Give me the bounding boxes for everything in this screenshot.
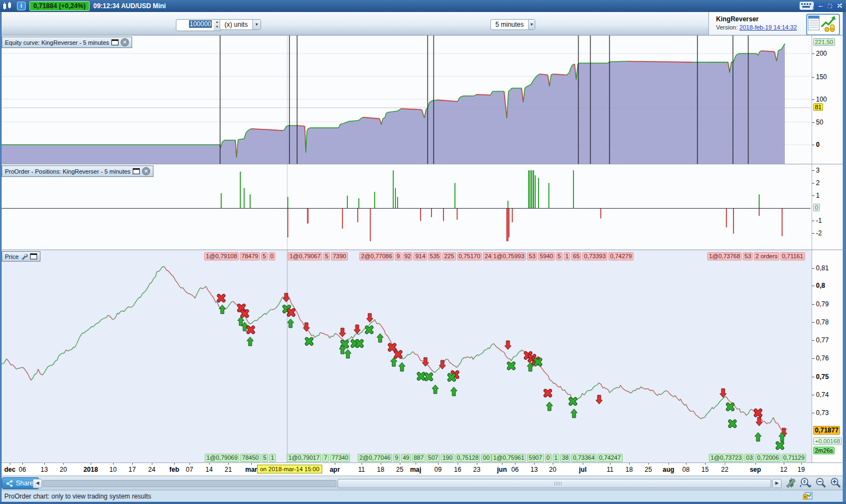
date-tick-label: 20 [549, 466, 556, 473]
short-position-bar [370, 209, 371, 241]
short-position-bar [420, 209, 421, 221]
positions-chart[interactable] [2, 164, 812, 250]
units-dropdown-arrow-icon[interactable]: ▼ [252, 20, 261, 29]
backtest-report-icon[interactable] [806, 14, 840, 35]
long-position-bar [221, 193, 222, 209]
date-tick-label: 18 [377, 466, 384, 473]
sell-marker [354, 325, 360, 334]
axis-tick-label: 0,78 [816, 318, 829, 326]
close-long-marker [756, 411, 761, 416]
price-panel[interactable]: 0,810,80,790,780,770,760,750,740,730,718… [2, 250, 843, 463]
axis-tick-label: 0,81 [816, 264, 829, 272]
units-dropdown[interactable]: (x) units ▼ [220, 19, 261, 30]
order-label-group: 2@0,770469498875071900,751280012rs [358, 454, 512, 462]
instrument-chart-icon[interactable] [803, 492, 813, 500]
date-tick-label: maj [410, 466, 422, 473]
price-panel-header[interactable]: Price [2, 251, 40, 262]
price-chart[interactable] [2, 250, 812, 463]
short-position-bar [759, 209, 760, 216]
close-long-marker [396, 352, 401, 357]
date-tick [209, 463, 210, 465]
chart-settings-icon[interactable] [785, 477, 798, 488]
version-link[interactable]: 2018-feb-19 14:14:32 [739, 24, 797, 31]
zoom-vertical-icon[interactable] [798, 477, 812, 488]
long-position-bar [533, 170, 534, 209]
close-short-marker [357, 341, 362, 346]
scrollbar-thumb[interactable] [338, 479, 771, 488]
close-long-marker [242, 311, 247, 316]
title-bar: i 0,71884 (+0,24%) 09:12:34 AUD/USD Mini… [0, 0, 846, 12]
timeframe-dropdown[interactable]: 5 minutes ▼ [490, 19, 535, 30]
date-tick [22, 463, 23, 465]
close-panel-icon[interactable]: ✕ [121, 38, 129, 46]
equity-curve-chart[interactable] [2, 35, 812, 164]
detach-window-icon[interactable] [111, 39, 119, 45]
zoom-out-icon[interactable] [814, 477, 827, 488]
date-tick-label: 19 [797, 466, 804, 473]
timeframe-dropdown-arrow-icon[interactable]: ▼ [528, 20, 535, 29]
detach-window-icon[interactable] [30, 253, 37, 259]
order-label: 5940 [538, 252, 554, 260]
close-short-marker [728, 405, 733, 410]
date-tick [438, 463, 439, 465]
order-label: 1@0,79067 [288, 252, 322, 260]
date-tick-label: 10 [109, 466, 116, 473]
close-panel-icon[interactable]: ✕ [142, 167, 150, 175]
short-position-bar [457, 209, 458, 220]
date-tick [686, 463, 687, 465]
order-label: 92 [403, 252, 412, 260]
short-position-bar [357, 209, 358, 223]
date-tick-label: jul [579, 466, 587, 473]
date-tick [583, 463, 583, 465]
price-settings-wrench-icon[interactable] [21, 253, 28, 260]
close-short-marker [778, 443, 783, 448]
date-tick [458, 463, 458, 465]
order-label-group: 1@0,7599353594051650,733930,74279 [492, 252, 634, 260]
date-tick-label: 17 [128, 466, 135, 473]
timeframe-dropdown-value: 5 minutes [491, 21, 528, 28]
order-label: 1@0,79069 [205, 454, 239, 462]
price-panel-title: Price [5, 253, 19, 260]
date-tick [755, 463, 756, 465]
buy-marker [432, 385, 439, 394]
equity-highlight-badge: 81 [813, 103, 823, 111]
date-tick-label: 22 [721, 466, 728, 473]
order-label: 9 [395, 252, 401, 260]
axis-tick [812, 304, 814, 305]
keyboard-icon[interactable] [800, 2, 814, 10]
date-tick [174, 463, 175, 465]
short-position-bar [726, 209, 727, 228]
axis-tick [812, 77, 814, 78]
axis-tick-label: 3 [816, 167, 820, 174]
time-instrument-label: 09:12:34 AUD/USD Mini [93, 2, 166, 10]
scroll-left-button[interactable]: ◀ [33, 479, 42, 488]
equity-curve-panel[interactable]: 200150100500221,5081 Equity curve: KingR… [2, 35, 843, 164]
price-last-badge: 0,71877 [813, 426, 840, 435]
date-tick-label: 15 [701, 466, 708, 473]
order-label: 0,71129 [782, 454, 806, 462]
scroll-right-button[interactable]: ▶ [772, 479, 782, 488]
close-short-marker [730, 421, 735, 426]
order-label: 0,75128 [455, 454, 481, 462]
instrument-link[interactable]: AUDUSD [813, 2, 841, 10]
date-tick [648, 463, 649, 465]
axis-tick [812, 122, 814, 123]
buy-marker [399, 363, 405, 371]
axis-tick [812, 340, 814, 341]
info-icon[interactable]: i [17, 2, 26, 10]
quantity-input[interactable]: 100000 [176, 19, 214, 31]
zoom-in-icon[interactable] [829, 477, 842, 488]
long-position-bar [393, 170, 394, 209]
chart-window-icon [2, 2, 13, 10]
order-label: 53 [527, 252, 537, 260]
date-tick-label: 13 [530, 466, 537, 473]
date-tick-label: dec [4, 466, 16, 473]
order-label: 5 [323, 252, 330, 260]
long-position-bar [573, 170, 574, 209]
scrollbar-track[interactable] [43, 480, 336, 487]
positions-panel-header[interactable]: ProOrder - Positions: KingReverser - 5 m… [2, 165, 153, 177]
window-border-bottom [0, 502, 846, 504]
positions-panel[interactable]: 321-1-20 ProOrder - Positions: KingRever… [2, 164, 843, 250]
detach-window-icon[interactable] [133, 168, 140, 174]
equity-panel-header[interactable]: Equity curve: KingReverser - 5 minutes ✕ [2, 37, 132, 48]
